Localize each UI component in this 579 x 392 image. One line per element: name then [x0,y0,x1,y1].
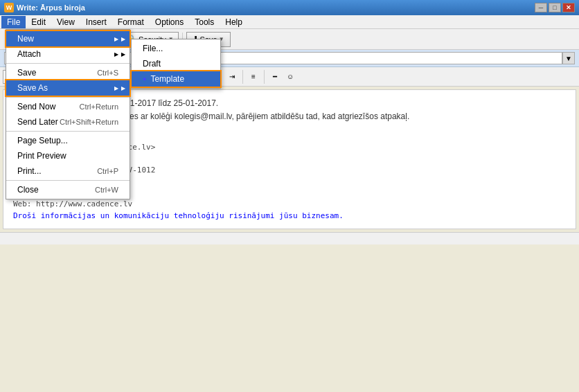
menu-sendnow-shortcut: Ctrl+Return [79,103,118,111]
menu-sendnow[interactable]: Send Now Ctrl+Return [6,99,130,114]
title-bar: W Write: Ārpus biroja ─ □ ✕ [0,0,579,15]
saveas-arrow-icon: ▶ [114,85,118,91]
close-button[interactable]: ✕ [562,3,575,12]
menu-close-label: Close [17,185,39,195]
menu-insert[interactable]: Insert [80,16,112,28]
insert-hr-button[interactable]: ━ [268,70,282,84]
menu-pagesetup[interactable]: Page Setup... [6,133,130,148]
template-icon: ● [143,75,146,82]
menu-close[interactable]: Close Ctrl+W [6,182,130,197]
menu-sendnow-label: Send Now [17,102,55,112]
saveas-draft[interactable]: Draft [132,56,220,71]
fmt-separator-3 [242,70,243,84]
menu-saveas-label: Save As [17,83,48,93]
app-icon: W [4,3,14,12]
menu-sep-4 [6,180,130,181]
menu-printpreview-label: Print Preview [17,151,66,161]
menu-attach-label: Attach [17,49,41,59]
menu-attach[interactable]: Attach ▶ [6,46,130,62]
sig-tagline: Droši informācijas un komunikāciju tehno… [13,211,566,222]
smiley-button[interactable]: ☺ [283,70,297,84]
saveas-draft-label: Draft [143,59,161,69]
menu-save[interactable]: Save Ctrl+S [6,65,130,80]
menu-tools[interactable]: Tools [189,16,220,28]
menu-new-label: New [17,34,34,44]
menu-format[interactable]: Format [112,16,150,28]
menu-new[interactable]: New ▶ [6,31,130,46]
window-controls: ─ □ ✕ [535,3,575,12]
menu-print-shortcut: Ctrl+P [97,167,118,175]
maximize-button[interactable]: □ [549,3,561,12]
sig-web: Web: http://www.cadence.lv [13,199,566,211]
saveas-template[interactable]: ● Template [132,71,220,87]
window-title: Write: Ārpus biroja [17,3,535,12]
address-dropdown-arrow[interactable]: ▼ [562,52,575,64]
menu-save-shortcut: Ctrl+S [97,69,118,77]
menu-printpreview[interactable]: Print Preview [6,148,130,163]
menu-sep-3 [6,131,130,132]
menu-options[interactable]: Options [150,16,189,28]
minimize-button[interactable]: ─ [535,3,547,12]
align-left-button[interactable]: ≡ [247,70,260,84]
fmt-separator-4 [264,70,265,84]
new-arrow-icon: ▶ [114,36,118,42]
menu-help[interactable]: Help [220,16,248,28]
indent-button[interactable]: ⇥ [225,70,239,84]
menu-print-label: Print... [17,166,42,176]
saveas-submenu: File... Draft ● Template [131,39,221,89]
menu-edit[interactable]: Edit [26,16,51,28]
menu-save-label: Save [17,68,36,78]
saveas-file[interactable]: File... [132,41,220,56]
menu-sep-1 [6,63,130,64]
attach-arrow-icon: ▶ [114,51,118,57]
menu-sendlater-label: Send Later [17,117,58,127]
menu-sep-2 [6,97,130,98]
menu-sendlater[interactable]: Send Later Ctrl+Shift+Return [6,114,130,130]
file-menu-dropdown: New ▶ Attach ▶ Save Ctrl+S Save As ▶ Fil… [6,29,130,199]
menu-bar: File Edit View Insert Format Options Too… [0,15,579,29]
status-bar [0,232,579,244]
menu-close-shortcut: Ctrl+W [95,186,118,194]
menu-file[interactable]: File [1,16,26,28]
saveas-file-label: File... [143,44,163,53]
menu-sendlater-shortcut: Ctrl+Shift+Return [60,118,118,126]
menu-pagesetup-label: Page Setup... [17,136,68,145]
saveas-template-label: Template [150,74,184,84]
menu-view[interactable]: View [51,16,80,28]
menu-print[interactable]: Print... Ctrl+P [6,163,130,179]
menu-saveas[interactable]: Save As ▶ File... Draft ● Template [6,80,130,96]
